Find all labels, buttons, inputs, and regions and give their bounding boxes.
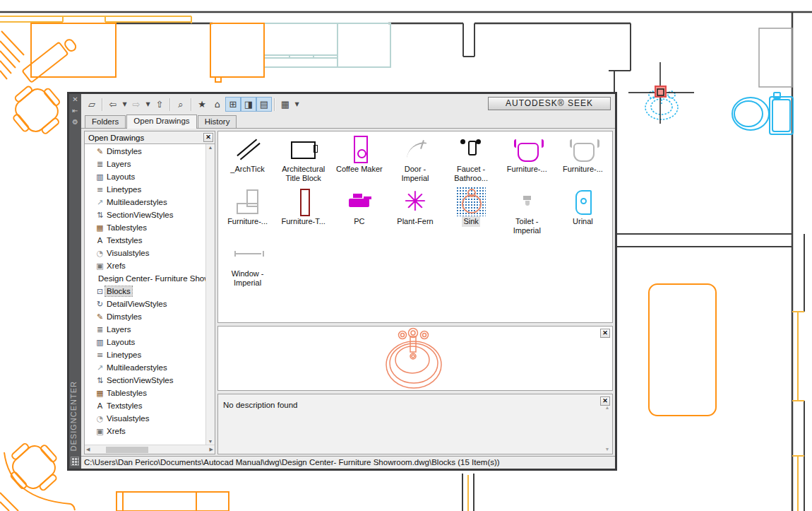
block-item[interactable]: PC <box>331 187 387 236</box>
palette-title: DESIGNCENTER <box>69 381 81 451</box>
toolbar-button[interactable]: ▼ <box>144 97 152 112</box>
tree-item-label: Visualstyles <box>105 248 151 258</box>
tree-item[interactable]: ▥ Layouts <box>85 336 205 348</box>
furniture-table-block-icon <box>287 187 320 216</box>
scroll-right-icon[interactable]: ▶ <box>210 447 213 452</box>
toolbar-button[interactable]: ▼ <box>121 97 129 112</box>
description-scrollbar[interactable]: ▲ ▼ <box>603 395 611 453</box>
block-item[interactable]: Toilet - Imperial <box>499 187 555 236</box>
dimstyle-icon: ✎ <box>95 147 105 156</box>
block-item[interactable]: Window - Imperial <box>220 239 275 288</box>
multileader-icon: ↗ <box>95 363 105 372</box>
tree-item[interactable]: ◔ Visualstyles <box>85 247 205 259</box>
pc-block-icon <box>343 187 376 216</box>
toolbar-button[interactable]: ⌕ <box>173 97 189 112</box>
toolbar-button[interactable]: ◨ <box>241 97 256 112</box>
block-item[interactable]: Plant-Fern <box>387 187 443 236</box>
tree-item[interactable]: ≣ Layers <box>85 323 205 336</box>
tree-item[interactable]: ▦ Tablestyles <box>85 387 205 399</box>
toolbar-button[interactable]: ⇨ <box>129 97 144 112</box>
tree-vertical-scrollbar[interactable]: ▲ ▼ <box>205 144 215 445</box>
block-item[interactable]: Coffee Maker <box>331 134 387 184</box>
tab-label: History <box>205 117 230 126</box>
tree-item[interactable]: ▥ Layouts <box>85 170 205 183</box>
faucet-block-icon <box>455 134 487 164</box>
scroll-down-icon[interactable]: ▼ <box>605 447 610 452</box>
block-item[interactable]: Urinal <box>555 187 611 236</box>
palette-titlebar[interactable]: ✕ ⇤ ⚙ DESIGNCENTER <box>69 94 81 469</box>
tree-item[interactable]: ✎ Dimstyles <box>85 145 205 158</box>
block-item[interactable]: Door - Imperial <box>387 134 443 184</box>
tree-item[interactable]: ⇅ SectionViewStyles <box>85 374 205 387</box>
tab[interactable]: Folders <box>85 115 126 128</box>
tree-item[interactable]: Design Center- Furniture Show <box>85 272 205 285</box>
tree-item[interactable]: ▦ Tablestyles <box>85 221 205 234</box>
block-item[interactable]: Furniture-... <box>220 187 275 236</box>
tree-item[interactable]: A Textstyles <box>85 399 205 412</box>
furniture-sofa-block-icon <box>232 187 264 216</box>
detailview-icon: ↻ <box>95 300 105 309</box>
tree-item[interactable]: A Textstyles <box>85 234 205 247</box>
scroll-down-icon[interactable]: ▼ <box>208 439 213 444</box>
tree-item[interactable]: ≡ Linetypes <box>85 183 205 196</box>
tree-item[interactable]: ≡ Linetypes <box>85 348 205 361</box>
tree-item-label: Layers <box>105 324 133 334</box>
autohide-pin-icon[interactable]: ⇤ <box>69 105 81 117</box>
block-item[interactable]: Architectural Title Block <box>275 134 331 184</box>
scroll-up-icon[interactable]: ▲ <box>605 405 610 410</box>
tablestyle-icon: ▦ <box>95 223 105 233</box>
scrollbar-thumb[interactable] <box>106 447 148 453</box>
arrow-left-icon: ⇦ <box>109 99 117 110</box>
tree-item[interactable]: ↗ Multileaderstyles <box>85 361 205 374</box>
tree-item-label: Linetypes <box>105 350 143 360</box>
tree-item[interactable]: ✎ Dimstyles <box>85 310 205 323</box>
tab[interactable]: Open Drawings <box>126 114 196 129</box>
toolbar-button <box>169 98 171 111</box>
block-item[interactable]: Furniture-... <box>499 134 555 184</box>
toolbar-button[interactable]: ▦ <box>277 97 293 112</box>
tree-horizontal-scrollbar[interactable]: ◀ ▶ <box>85 445 215 454</box>
textstyle-icon: A <box>95 401 105 411</box>
scroll-up-icon[interactable]: ▲ <box>208 145 213 150</box>
tree-item[interactable]: ≣ Layers <box>85 158 205 170</box>
block-item[interactable]: _ArchTick <box>220 134 275 184</box>
plant-fern-block-icon <box>399 187 431 216</box>
door-block-icon <box>399 134 431 164</box>
tree-item[interactable]: ↻ DetailViewStyles <box>85 298 205 310</box>
tree-item[interactable]: ⊡ Blocks <box>85 285 205 298</box>
toolbar-button[interactable]: ⊞ <box>225 97 241 112</box>
block-item[interactable]: Furniture-T... <box>275 187 331 236</box>
close-icon[interactable]: ✕ <box>203 133 213 142</box>
tree-item-label: Layers <box>105 159 133 169</box>
tree-item[interactable]: ▣ Xrefs <box>85 425 205 437</box>
designcenter-palette-icon <box>71 457 79 466</box>
visualstyle-icon: ◔ <box>95 249 105 258</box>
toolbar-button[interactable]: ⇦ <box>105 97 121 112</box>
block-item-label: Toilet - Imperial <box>500 216 554 236</box>
autodesk-seek-button[interactable]: AUTODESK® SEEK <box>488 97 611 110</box>
toolbar-button[interactable]: ⇧ <box>152 97 167 112</box>
toolbar-button[interactable]: ⌂ <box>210 97 225 112</box>
tab[interactable]: History <box>198 115 237 128</box>
scroll-left-icon[interactable]: ◀ <box>86 447 90 452</box>
close-icon[interactable]: ✕ <box>600 329 610 338</box>
tree-item[interactable]: ◔ Visualstyles <box>85 412 205 425</box>
tablestyle-icon: ▦ <box>95 389 105 398</box>
block-item[interactable]: Faucet - Bathroo... <box>443 134 499 184</box>
block-item[interactable]: Sink <box>443 187 499 236</box>
toolbar-button[interactable]: ▱ <box>84 97 100 112</box>
content-pane: _ArchTick Architectural Title Block <box>217 131 613 323</box>
toolbar-button[interactable]: ★ <box>194 97 210 112</box>
gear-icon[interactable]: ⚙ <box>69 117 81 128</box>
coffeemaker-block-icon <box>343 134 376 164</box>
toolbar-button[interactable]: ▼ <box>293 97 301 112</box>
tree-item-label: Dimstyles <box>105 312 143 322</box>
tree-item[interactable]: ⇅ SectionViewStyles <box>85 208 205 221</box>
close-icon[interactable]: ✕ <box>69 94 81 105</box>
tree-item[interactable]: ↗ Multileaderstyles <box>85 196 205 208</box>
toolbar-button[interactable]: ▤ <box>256 97 272 112</box>
status-bar: C:\Users\Dan Perico\Documents\Autocad Ma… <box>81 456 615 469</box>
block-item[interactable]: Furniture-... <box>555 134 611 184</box>
autocad-drawing-area[interactable]: ✕ ⇤ ⚙ DESIGNCENTER ▱ ⇦ <box>0 0 812 511</box>
tree-item[interactable]: ▣ Xrefs <box>85 259 205 272</box>
